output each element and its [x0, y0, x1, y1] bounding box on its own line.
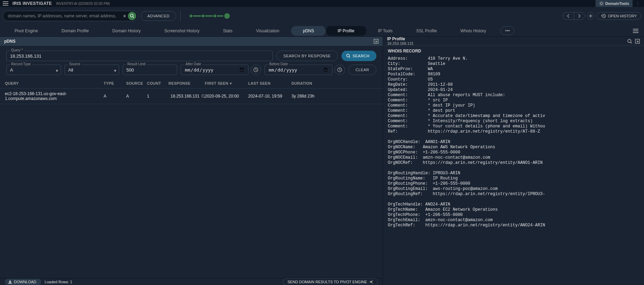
pdns-panel-header: pDNS	[0, 37, 383, 46]
search-icon	[627, 39, 632, 44]
kebab-menu-icon[interactable]: ⋮	[635, 1, 641, 6]
open-history-label: OPEN HISTORY	[608, 14, 637, 18]
brand-logo[interactable]: DomainTools	[595, 0, 633, 7]
col-response[interactable]: RESPONSE	[168, 81, 205, 85]
send-to-pivot-button[interactable]: SEND DOMAIN RESULTS TO PIVOT ENGINE	[283, 278, 378, 285]
cell-query: ec2-18-253-166-131.us-gov-east-1.compute…	[5, 91, 104, 101]
search-button-main[interactable]: SEARCH	[341, 51, 376, 61]
send-label: SEND DOMAIN RESULTS TO PIVOT ENGINE	[287, 280, 367, 284]
search-icon	[346, 54, 350, 58]
before-date-label: Before Date	[268, 62, 289, 66]
svg-line-7	[349, 57, 350, 58]
svg-point-2	[130, 14, 133, 17]
hamburger-menu-icon[interactable]	[3, 1, 8, 6]
advanced-button[interactable]: ADVANCED	[141, 11, 176, 21]
tab-domain-history[interactable]: Domain History	[101, 26, 153, 36]
whois-section-title: WHOIS RECORD	[383, 46, 644, 55]
divider	[180, 11, 181, 21]
search-icon	[130, 14, 134, 18]
chevron-left-icon	[567, 14, 570, 18]
download-icon	[8, 280, 12, 284]
expand-icon	[374, 39, 378, 44]
whois-record-body[interactable]: Address: 410 Terry Ave N. City: Seattle …	[383, 55, 644, 285]
topbar: IRIS INVESTIGATE INVENTRY.AI (02/09/25 0…	[0, 0, 644, 7]
search-input-wrap: ✕	[3, 11, 138, 21]
search-input[interactable]	[8, 14, 121, 18]
ip-profile-panel: IP Profile 18.253.166.131 WHOIS RECORD A…	[383, 37, 644, 285]
before-time-button[interactable]	[334, 65, 345, 75]
source-label: Source	[68, 62, 82, 66]
query-input[interactable]	[6, 51, 273, 61]
after-time-button[interactable]	[251, 65, 261, 75]
pdns-panel: pDNS Query * SEARCH BY RESPONSE SEARCH	[0, 37, 383, 285]
col-count[interactable]: COUNT	[147, 81, 168, 85]
results-table: QUERY TYPE SOURCE COUNT RESPONSE FIRST S…	[0, 78, 383, 278]
ip-panel-header: IP Profile 18.253.166.131	[383, 37, 644, 46]
tab-pivot-engine[interactable]: Pivot Engine	[3, 26, 50, 36]
col-first-seen[interactable]: FIRST SEEN▼	[205, 81, 248, 85]
cell-count: 1	[147, 94, 168, 99]
chevron-right-icon	[578, 14, 581, 18]
svg-point-0	[600, 2, 602, 5]
search-button[interactable]	[128, 12, 136, 20]
after-date-input[interactable]	[181, 65, 249, 75]
loaded-rows: Loaded Rows: 1	[45, 280, 72, 284]
before-date-input[interactable]	[264, 65, 332, 75]
gear-icon	[599, 1, 604, 6]
tab-screenshot-history[interactable]: Screenshot History	[153, 26, 211, 36]
search-label: SEARCH	[353, 54, 369, 58]
tab-domain-profile[interactable]: Domain Profile	[50, 26, 101, 36]
tab-ip-profile[interactable]: IP Profile	[326, 26, 366, 36]
record-type-select[interactable]	[6, 65, 61, 75]
open-history-button[interactable]: OPEN HISTORY	[597, 12, 641, 20]
tab-visualization[interactable]: Visualization	[244, 26, 291, 36]
cell-type: A	[104, 94, 126, 99]
query-label: Query *	[10, 48, 24, 52]
tab-ssl-profile[interactable]: SSL Profile	[404, 26, 449, 36]
searchbar: ✕ ADVANCED OPEN HISTORY	[0, 7, 644, 25]
range-slider[interactable]	[189, 15, 229, 17]
pdns-footer: DOWNLOAD Loaded Rows: 1 SEND DOMAIN RESU…	[0, 278, 383, 285]
clock-icon	[337, 67, 342, 72]
tab-pdns[interactable]: pDNS	[291, 26, 326, 36]
tabstrip: Pivot Engine Domain Profile Domain Histo…	[0, 25, 644, 37]
expand-button[interactable]	[374, 39, 378, 44]
cell-response: 18.253.166.131	[168, 93, 205, 99]
drawer-icon	[633, 29, 638, 33]
tab-more-button[interactable]: •••	[501, 26, 514, 35]
col-duration[interactable]: DURATION	[291, 81, 326, 85]
result-limit-label: Result Limit	[126, 62, 147, 66]
nav-button-group	[563, 12, 585, 20]
col-type[interactable]: TYPE	[104, 81, 126, 85]
range-handle[interactable]	[223, 12, 231, 20]
close-icon[interactable]: ✕	[121, 14, 128, 19]
record-type-label: Record Type	[10, 62, 32, 66]
table-row[interactable]: ec2-18-253-166-131.us-gov-east-1.compute…	[0, 89, 383, 104]
svg-point-10	[202, 94, 204, 97]
tab-whois-history[interactable]: Whois History	[449, 26, 498, 36]
col-source[interactable]: SOURCE	[126, 81, 147, 85]
svg-point-12	[628, 39, 631, 42]
svg-line-3	[133, 17, 134, 18]
svg-point-1	[599, 1, 603, 6]
download-label: DOWNLOAD	[14, 280, 36, 284]
source-select[interactable]	[64, 65, 119, 75]
expand-ip-button[interactable]	[635, 39, 640, 44]
search-by-response-button[interactable]: SEARCH BY RESPONSE	[276, 51, 338, 61]
col-last-seen[interactable]: LAST SEEN	[248, 81, 291, 85]
tab-ip-tools[interactable]: IP Tools	[366, 26, 404, 36]
nav-forward-button[interactable]	[574, 12, 585, 20]
result-limit-input[interactable]	[123, 65, 177, 75]
nav-back-button[interactable]	[563, 12, 574, 20]
svg-point-6	[347, 54, 349, 57]
col-query[interactable]: QUERY	[5, 81, 104, 85]
app-subtitle: INVENTRY.AI (02/09/25 02:05 PM)	[56, 2, 110, 6]
tab-drawer-button[interactable]	[630, 27, 641, 34]
clear-button[interactable]: CLEAR	[348, 65, 376, 75]
add-button[interactable]	[587, 12, 594, 20]
query-form: Query * SEARCH BY RESPONSE SEARCH Record…	[0, 46, 383, 78]
search-ip-button[interactable]	[627, 39, 632, 44]
download-button[interactable]: DOWNLOAD	[5, 279, 41, 285]
tab-stats[interactable]: Stats	[211, 26, 244, 36]
cell-source: A	[126, 94, 147, 99]
